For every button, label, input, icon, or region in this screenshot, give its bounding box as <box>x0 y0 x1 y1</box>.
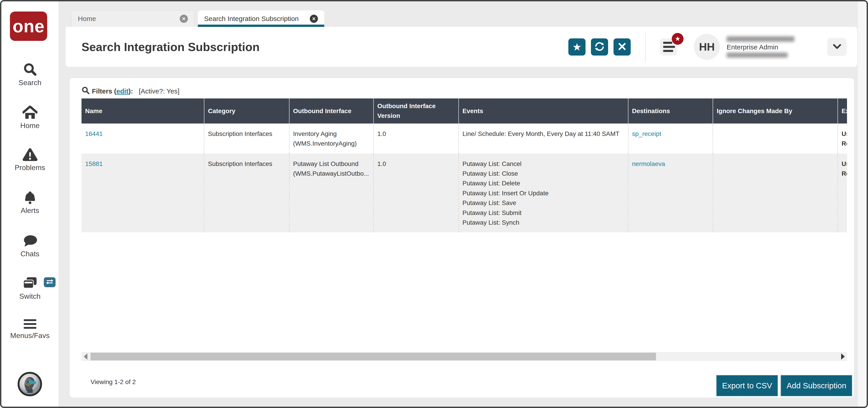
refresh-button[interactable] <box>591 38 608 56</box>
star-icon: ★ <box>572 42 582 52</box>
col-events[interactable]: Events <box>459 98 628 124</box>
cell-category: Subscription Interfaces <box>204 154 289 232</box>
hamburger-menu-icon <box>24 319 36 329</box>
table-header-row: Name Category Outbound Interface Outboun… <box>82 98 847 124</box>
refresh-icon <box>594 41 605 53</box>
tab-search-integration-subscription[interactable]: Search Integration Subscription <box>198 10 324 27</box>
sidebar-item-label: Switch <box>19 292 40 301</box>
add-subscription-button[interactable]: Add Subscription <box>781 375 852 396</box>
vertical-scrollbar-track[interactable] <box>858 1 867 407</box>
swap-arrows-icon <box>46 279 54 286</box>
col-clipped[interactable]: Ex <box>838 98 847 124</box>
col-category[interactable]: Category <box>204 98 289 124</box>
cell-category: Subscription Interfaces <box>204 124 289 154</box>
sidebar-item-label: Problems <box>15 163 45 172</box>
user-initials: HH <box>699 41 715 53</box>
filters-edit-link[interactable]: edit <box>116 87 128 95</box>
table-row: 15881 Subscription Interfaces Putaway Li… <box>82 154 847 232</box>
switch-cards-icon <box>23 276 37 290</box>
cell-outbound-interface-version: 1.0 <box>373 154 459 232</box>
search-icon <box>23 62 37 76</box>
main-area: Home Search Integration Subscription Sea… <box>59 1 867 407</box>
col-ignore-changes-made-by[interactable]: Ignore Changes Made By <box>713 98 838 124</box>
filter-search-icon <box>82 86 92 96</box>
subscription-name-link[interactable]: 15881 <box>85 160 103 167</box>
cell-events: Line/ Schedule: Every Month, Every Day a… <box>459 124 628 154</box>
cell-ignore-changes <box>713 124 838 154</box>
app-window: one Search Home Problems Alerts <box>0 0 868 408</box>
switch-toggle-badge[interactable] <box>44 277 56 287</box>
col-outbound-interface[interactable]: Outbound Interface <box>289 98 373 124</box>
col-outbound-interface-version[interactable]: Outbound Interface Version <box>373 98 459 124</box>
filters-label: Filters ( <box>92 87 116 95</box>
page-title: Search Integration Subscription <box>82 40 260 54</box>
filters-suffix: ): <box>128 87 133 95</box>
cell-clipped: Us Ro <box>838 124 847 154</box>
bell-icon <box>24 191 37 204</box>
sidebar-item-home[interactable]: Home <box>1 106 59 130</box>
sidebar-item-label: Home <box>20 122 39 130</box>
sidebar-item-label: Alerts <box>21 207 39 215</box>
subscription-name-link[interactable]: 16441 <box>85 130 103 137</box>
user-info: Enterprise Admin <box>726 36 822 58</box>
sidebar-item-menus-favs[interactable]: Menus/Favs <box>1 319 59 340</box>
tab-home-close-icon[interactable] <box>180 15 188 23</box>
scroll-right-arrow-icon[interactable] <box>841 353 845 360</box>
user-org-redacted <box>726 53 787 58</box>
sidebar-item-label: Search <box>19 79 41 87</box>
sidebar-item-label: Menus/Favs <box>10 332 50 340</box>
sidebar-item-problems[interactable]: Problems <box>1 148 59 172</box>
user-profile-avatar[interactable] <box>18 372 42 397</box>
user-role: Enterprise Admin <box>726 43 822 51</box>
tab-home-label: Home <box>78 15 96 23</box>
tab-active-label: Search Integration Subscription <box>204 15 299 23</box>
cell-outbound-interface-version: 1.0 <box>373 124 459 154</box>
chevron-down-icon <box>833 44 841 50</box>
destination-link[interactable]: sp_receipt <box>632 130 661 137</box>
warning-triangle-icon <box>22 148 38 161</box>
sidebar-item-search[interactable]: Search <box>1 62 59 87</box>
list-lines-icon <box>663 42 672 44</box>
chat-bubble-icon <box>23 234 37 248</box>
tab-active-close-icon[interactable] <box>310 15 318 23</box>
destination-link[interactable]: nermolaeva <box>632 160 665 167</box>
sidebar-item-label: Chats <box>21 250 39 258</box>
cell-events: Putaway List: Cancel Putaway List: Close… <box>459 154 628 232</box>
horizontal-scrollbar[interactable] <box>82 352 847 361</box>
header-divider <box>645 31 646 63</box>
scroll-left-arrow-icon[interactable] <box>84 353 87 360</box>
viewing-count: Viewing 1-2 of 2 <box>91 378 136 386</box>
tab-home[interactable]: Home <box>71 10 194 27</box>
export-to-csv-button[interactable]: Export to CSV <box>716 375 778 396</box>
cell-clipped: Us Ro <box>838 154 847 232</box>
filters-bar: Filters (edit): [Active?: Yes] <box>82 86 180 96</box>
user-avatar[interactable]: HH <box>694 34 720 60</box>
page-header: Search Integration Subscription ★ <box>66 27 857 67</box>
notification-badge: ★ <box>672 33 683 45</box>
one-logo-text: one <box>13 16 45 37</box>
favorite-button[interactable]: ★ <box>568 38 586 56</box>
badge-star-icon: ★ <box>675 35 680 42</box>
col-name[interactable]: Name <box>82 98 204 124</box>
user-name-redacted <box>726 36 795 42</box>
close-page-button[interactable] <box>614 38 631 56</box>
active-filter-value: [Active?: Yes] <box>139 87 180 95</box>
close-icon <box>618 42 626 52</box>
cell-ignore-changes <box>713 154 838 232</box>
sidebar-item-alerts[interactable]: Alerts <box>1 191 59 215</box>
user-menu-button[interactable] <box>827 38 846 56</box>
col-destinations[interactable]: Destinations <box>628 98 713 124</box>
table-row: 16441 Subscription Interfaces Inventory … <box>82 124 847 154</box>
home-icon <box>23 106 37 119</box>
search-results-card: Filters (edit): [Active?: Yes] Name Cate… <box>69 78 854 398</box>
results-table: Name Category Outbound Interface Outboun… <box>82 98 847 232</box>
notifications-button[interactable]: ★ <box>660 38 677 56</box>
sidebar-item-chats[interactable]: Chats <box>1 234 59 258</box>
sidebar: one Search Home Problems Alerts <box>1 1 59 407</box>
results-table-viewport: Name Category Outbound Interface Outboun… <box>82 98 847 232</box>
one-logo[interactable]: one <box>10 11 47 41</box>
scrollbar-thumb[interactable] <box>91 353 656 360</box>
cell-outbound-interface: Putaway List Outbound (WMS.PutawayListOu… <box>289 154 373 232</box>
cell-outbound-interface: Inventory Aging (WMS.InventoryAging) <box>289 124 373 154</box>
